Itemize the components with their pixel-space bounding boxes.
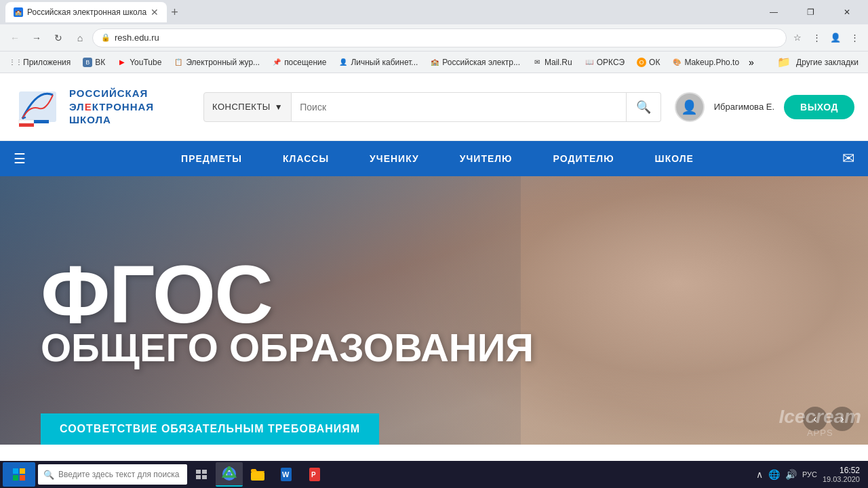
bookmarks-more-button[interactable]: » [746,57,757,68]
tray-up-arrow-icon[interactable]: ∧ [756,469,763,480]
taskbar-search-icon: 🔍 [43,470,54,480]
bookmark-makeup[interactable]: 🎨 Makeup.Pho.to [667,56,745,68]
bookmark-vk[interactable]: В ВК [77,56,111,68]
svg-rect-7 [20,475,25,481]
tab-favicon-icon: 🏫 [14,7,23,17]
close-button[interactable]: ✕ [831,0,863,24]
taskbar-app-extra[interactable]: P [301,462,328,487]
bookmark-attendance[interactable]: 📌 посещение [267,56,332,68]
youtube-icon: ▶ [117,58,127,67]
back-button[interactable]: ← [5,28,24,47]
bookmark-cabinet[interactable]: 👤 Личный кабинет... [333,56,423,68]
taskbar-app-word[interactable]: W [273,462,300,487]
site-header: РОССИЙСКАЯ ЭЛЕКТРОННАЯ ШКОЛА конспекты ▼… [0,73,868,141]
maximize-button[interactable]: ❐ [795,0,826,24]
nav-item-parent[interactable]: РОДИТЕЛЮ [533,153,635,164]
bookmark-label: YouTube [130,58,161,67]
home-button[interactable]: ⌂ [71,28,90,47]
nav-item-student[interactable]: УЧЕНИКУ [349,153,439,164]
resh-icon: 🏫 [430,58,439,67]
other-bookmarks[interactable]: Другие закладки [792,58,863,67]
bookmark-label: Mail.Ru [545,58,572,67]
browser-chrome: 🏫 Российская электронная школа ✕ + — ❐ ✕… [0,0,868,73]
scroll-indicator: 📁 [777,56,791,68]
taskbar-apps: W P [190,462,749,487]
mailru-icon: ✉ [532,58,542,67]
hero-banner: ФГОС ОБЩЕГО ОБРАЗОВАНИЯ СООТВЕТСТВИЕ ОБЯ… [0,176,868,445]
taskbar-search-input[interactable] [58,470,182,479]
bookmark-apps[interactable]: ⋮⋮ Приложения [5,56,76,68]
svg-rect-5 [20,468,25,474]
logo-line3: ШКОЛА [69,113,154,127]
tray-speaker-icon[interactable]: 🔊 [785,469,797,480]
nav-item-school[interactable]: ШКОЛЕ [635,153,714,164]
hero-subtitle: ОБЩЕГО ОБРАЗОВАНИЯ [41,328,827,367]
bookmark-resh[interactable]: 🏫 Российская электр... [425,56,526,68]
address-actions: ☆ ⋮ 👤 ⋮ [789,30,863,46]
taskbar-app-chrome[interactable] [216,462,243,487]
ok-icon: О [637,58,646,67]
new-tab-button[interactable]: + [167,5,182,20]
nav-item-subjects[interactable]: ПРЕДМЕТЫ [161,153,262,164]
search-button[interactable]: 🔍 [627,92,661,122]
minimize-button[interactable]: — [758,0,789,24]
bookmark-star-icon[interactable]: ☆ [789,30,806,46]
search-type-dropdown[interactable]: конспекты ▼ [203,92,292,122]
bookmarks-bar: ⋮⋮ Приложения В ВК ▶ YouTube 📋 Электронн… [0,52,868,73]
tab-close-icon[interactable]: ✕ [151,7,159,18]
svg-rect-11 [202,475,207,479]
tray-network-icon[interactable]: 🌐 [768,469,780,480]
dropdown-chevron-icon: ▼ [275,102,283,112]
taskbar-app-files[interactable] [244,462,271,487]
bookmark-ok[interactable]: О ОК [631,56,665,68]
logo-area: РОССИЙСКАЯ ЭЛЕКТРОННАЯ ШКОЛА [14,83,190,131]
tab-title: Российская электронная школа [27,7,146,17]
svg-rect-4 [13,468,18,474]
address-box[interactable]: 🔒 resh.edu.ru [92,28,787,47]
tray-date-display: 19.03.2020 [823,475,860,483]
site-navigation: ☰ ПРЕДМЕТЫ КЛАССЫ УЧЕНИКУ УЧИТЕЛЮ РОДИТЕ… [0,141,868,176]
svg-rect-9 [202,470,207,474]
bookmark-orcse[interactable]: 📖 ОРКСЭ [579,56,630,68]
forward-button[interactable]: → [27,28,46,47]
website: РОССИЙСКАЯ ЭЛЕКТРОННАЯ ШКОЛА конспекты ▼… [0,73,868,445]
taskbar-task-view-icon[interactable] [190,462,214,487]
lock-icon: 🔒 [101,33,111,42]
logo-line2: ЭЛЕКТРОННАЯ [69,100,154,114]
bookmark-mailru[interactable]: ✉ Mail.Ru [527,56,578,68]
user-name: Ибрагимова Е. [714,102,774,112]
extensions-icon[interactable]: ⋮ [808,30,825,46]
browser-tab[interactable]: 🏫 Российская электронная школа ✕ [5,2,167,22]
refresh-button[interactable]: ↻ [49,28,68,47]
journal-icon: 📋 [174,58,183,67]
hamburger-menu-icon[interactable]: ☰ [14,150,33,167]
tray-time-display: 16:52 [823,466,860,475]
address-bar-row: ← → ↻ ⌂ 🔒 resh.edu.ru ☆ ⋮ 👤 ⋮ [0,24,868,52]
site-logo-image [14,83,61,131]
user-profile-icon[interactable]: 👤 [827,30,844,46]
start-button[interactable] [3,462,35,487]
taskbar-search-box[interactable]: 🔍 [38,464,187,485]
nav-mail-icon[interactable]: ✉ [842,150,854,167]
cabinet-icon: 👤 [338,58,348,67]
bookmark-label: посещение [284,58,326,67]
makeup-icon: 🎨 [672,58,682,67]
tray-language[interactable]: РУС [802,470,817,479]
bookmark-label: ОК [649,58,660,67]
nav-item-classes[interactable]: КЛАССЫ [262,153,349,164]
nav-items: ПРЕДМЕТЫ КЛАССЫ УЧЕНИКУ УЧИТЕЛЮ РОДИТЕЛЮ… [33,153,842,164]
logout-button[interactable]: ВЫХОД [784,95,854,119]
system-tray: ∧ 🌐 🔊 РУС 16:52 19.03.2020 [751,466,865,483]
more-options-icon[interactable]: ⋮ [846,30,863,46]
nav-item-teacher[interactable]: УЧИТЕЛЮ [439,153,533,164]
bookmark-youtube[interactable]: ▶ YouTube [112,56,167,68]
search-input-container [292,92,626,122]
logo-line1: РОССИЙСКАЯ [69,87,154,100]
tray-clock[interactable]: 16:52 19.03.2020 [823,466,860,483]
svg-text:W: W [282,470,290,479]
bookmark-label: Российская электр... [442,58,520,67]
hero-badge: СООТВЕТСТВИЕ ОБЯЗАТЕЛЬНЫМ ТРЕБОВАНИЯМ [41,413,379,445]
search-input[interactable] [300,102,617,113]
avatar[interactable]: 👤 [675,92,705,122]
bookmark-journal[interactable]: 📋 Электронный жур... [168,56,265,68]
